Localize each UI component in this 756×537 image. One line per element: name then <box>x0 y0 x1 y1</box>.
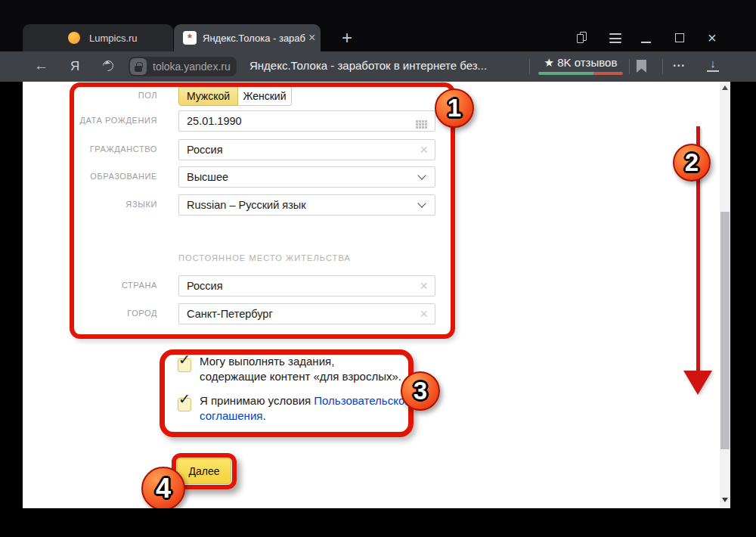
annotation-step-3: 3 <box>401 371 440 411</box>
lock-icon[interactable] <box>130 58 147 75</box>
tab-lumpics-title: Lumpics.ru <box>89 33 138 44</box>
tab-toloka[interactable]: * Яндекс.Толока - зараб × <box>174 24 321 51</box>
yandex-logo-icon[interactable]: Я <box>70 59 79 74</box>
annotation-step-4: 4 <box>141 467 185 508</box>
page-title: Яндекс.Толока - заработок в интернете бе… <box>249 59 487 72</box>
download-icon[interactable]: ↓ <box>707 57 719 72</box>
extensions-menu-icon[interactable]: ... <box>673 56 685 70</box>
toolbar-divider <box>629 59 630 74</box>
page-content: ПОЛ Мужской Женский ДАТА РОЖДЕНИЯ 25.01.… <box>23 82 730 508</box>
address-bar[interactable]: toloka.yandex.ru <box>129 57 237 76</box>
browser-tab-bar: Lumpics.ru * Яндекс.Толока - зараб × + × <box>0 0 756 51</box>
tab-groups-icon[interactable] <box>577 32 587 44</box>
annotation-scroll-arrow-head <box>683 371 712 395</box>
scrollbar-down-icon[interactable] <box>722 498 728 502</box>
toloka-favicon-icon: * <box>183 31 197 45</box>
star-icon: ★ <box>544 56 554 69</box>
reviews-count: 8K отзывов <box>557 56 617 69</box>
scrollbar-up-icon[interactable] <box>722 85 728 90</box>
menu-icon[interactable] <box>609 33 621 43</box>
minimize-button[interactable] <box>641 42 651 43</box>
annotation-step-2: 2 <box>673 144 711 182</box>
scrollbar[interactable] <box>720 82 730 508</box>
reload-icon[interactable] <box>101 58 116 73</box>
new-tab-button[interactable]: + <box>336 27 358 50</box>
reviews-rating[interactable]: ★ 8K отзывов <box>538 56 623 75</box>
url-text: toloka.yandex.ru <box>153 61 231 73</box>
window-close-button[interactable]: × <box>708 29 717 47</box>
toolbar-divider <box>529 59 530 74</box>
annotation-box-checkboxes <box>160 349 414 437</box>
tab-close-icon[interactable]: × <box>308 31 315 45</box>
tab-toloka-title: Яндекс.Толока - зараб <box>203 33 305 44</box>
lumpics-favicon-icon <box>68 32 80 44</box>
annotation-box-form <box>70 82 455 339</box>
rating-bar <box>538 72 623 75</box>
maximize-button[interactable] <box>675 33 684 42</box>
annotation-step-1: 1 <box>435 88 474 128</box>
toolbar-divider <box>662 59 663 74</box>
scrollbar-thumb[interactable] <box>720 212 730 449</box>
back-icon[interactable]: ← <box>34 57 48 74</box>
tab-lumpics[interactable]: Lumpics.ru <box>23 24 173 51</box>
